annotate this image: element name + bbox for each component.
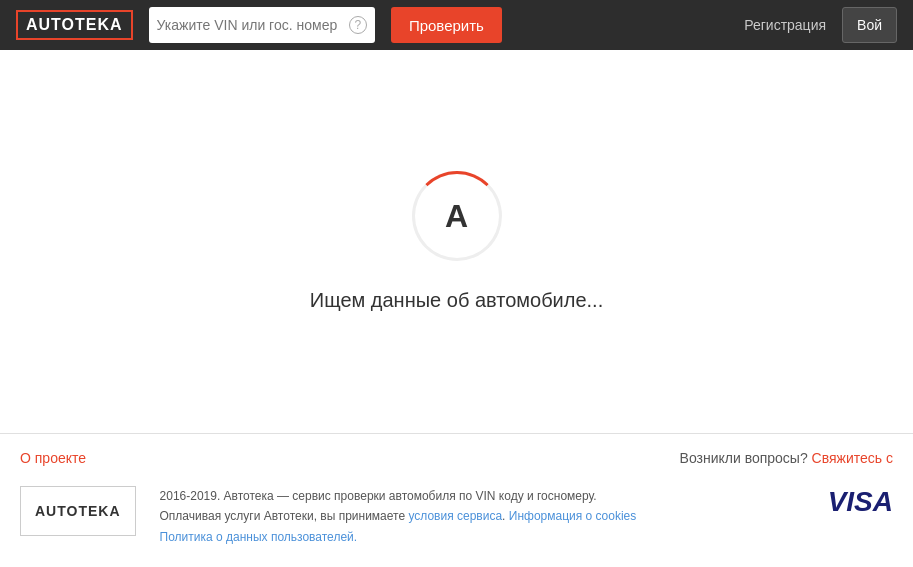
footer-text-block: 2016-2019. Автотека — сервис проверки ав… bbox=[160, 486, 637, 547]
loading-spinner: A bbox=[412, 171, 502, 261]
login-button[interactable]: Вой bbox=[842, 7, 897, 43]
footer-logo: AUTOTEKA bbox=[20, 486, 136, 536]
help-icon[interactable]: ? bbox=[349, 16, 367, 34]
header: AUTOTEKA ? Проверить Регистрация Вой bbox=[0, 0, 913, 50]
about-link[interactable]: О проекте bbox=[20, 450, 86, 466]
footer-bottom-row: AUTOTEKA 2016-2019. Автотека — сервис пр… bbox=[20, 486, 893, 547]
main-content: A Ищем данные об автомобиле... bbox=[0, 50, 913, 433]
contact-link[interactable]: Свяжитесь с bbox=[812, 450, 893, 466]
policy-link[interactable]: Политика о данных пользователей. bbox=[160, 530, 358, 544]
register-link[interactable]: Регистрация bbox=[744, 17, 826, 33]
cookies-link[interactable]: Информация о cookies bbox=[509, 509, 637, 523]
footer-contact: Возникли вопросы? Свяжитесь с bbox=[680, 450, 893, 466]
search-area: ? bbox=[149, 7, 375, 43]
footer: О проекте Возникли вопросы? Свяжитесь с … bbox=[0, 433, 913, 567]
terms-link[interactable]: условия сервиса bbox=[408, 509, 502, 523]
header-logo: AUTOTEKA bbox=[16, 10, 133, 40]
visa-logo: VISA bbox=[828, 486, 893, 518]
footer-desc-line2: Оплачивая услуги Автотеки, вы принимаете… bbox=[160, 506, 637, 526]
footer-top-row: О проекте Возникли вопросы? Свяжитесь с bbox=[20, 450, 893, 466]
spinner-letter: A bbox=[445, 197, 468, 234]
search-input[interactable] bbox=[157, 17, 343, 33]
loading-text: Ищем данные об автомобиле... bbox=[310, 289, 603, 312]
footer-desc-line1: 2016-2019. Автотека — сервис проверки ав… bbox=[160, 486, 637, 506]
footer-policy: Политика о данных пользователей. bbox=[160, 527, 637, 547]
check-button[interactable]: Проверить bbox=[391, 7, 502, 43]
